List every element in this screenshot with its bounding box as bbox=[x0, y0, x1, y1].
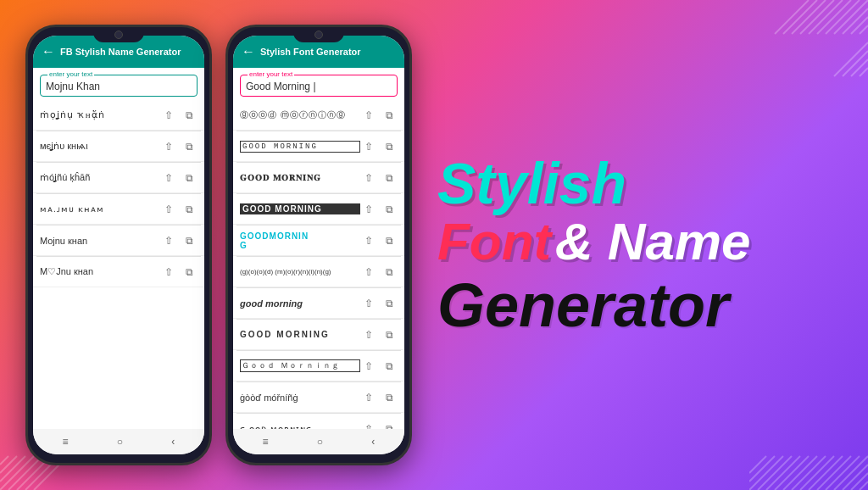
list-item: good morning ⇧ ⧉ bbox=[233, 288, 404, 319]
share2-icon-8[interactable]: ⇧ bbox=[360, 326, 377, 343]
font2-text-7: good morning bbox=[240, 298, 360, 309]
share2-icon-6[interactable]: ⇧ bbox=[360, 264, 377, 281]
list-item: мєʝṅυ кнѩι ⇧ ⧉ bbox=[33, 131, 204, 162]
font2-text-8: GOOD MORNING bbox=[240, 330, 360, 339]
headline-generator: Generator bbox=[437, 275, 843, 336]
font-text-3: ṁóʝñú ķĥāñ bbox=[40, 172, 160, 183]
share-icon-3[interactable]: ⇧ bbox=[160, 170, 177, 187]
font-text-6: M♡Jnu кнan bbox=[40, 266, 160, 277]
list-item: ɢ ᴏᴏᴅ ᴍᴏʀɴɪɴɢ ⇧ ⧉ bbox=[233, 414, 404, 429]
phone-1-bottom-nav: ≡ ○ ‹ bbox=[33, 429, 204, 454]
font-text-1: ṁọʝṅụ ҡнᾄṅ bbox=[40, 109, 160, 120]
copy2-icon-7[interactable]: ⧉ bbox=[381, 295, 398, 312]
font-2-actions: ⇧ ⧉ bbox=[160, 138, 198, 155]
phone-2-camera bbox=[314, 31, 323, 39]
font2-text-9: Ｇｏｏｄ Ｍｏｒｎｉｎｇ bbox=[240, 359, 360, 372]
list-item: Ｇｏｏｄ Ｍｏｒｎｉｎｇ ⇧ ⧉ bbox=[233, 351, 404, 381]
font2-text-5: GOODMORNING bbox=[240, 231, 360, 250]
share-icon-2[interactable]: ⇧ bbox=[160, 138, 177, 155]
font2-11-actions: ⇧ ⧉ bbox=[360, 420, 398, 430]
phone-2: ← Stylish Font Generator enter your text… bbox=[225, 25, 412, 465]
phone-1-font-list: ṁọʝṅụ ҡнᾄṅ ⇧ ⧉ мєʝṅυ кнѩι ⇧ ⧉ bbox=[33, 100, 204, 429]
share2-icon-7[interactable]: ⇧ bbox=[360, 295, 377, 312]
font2-text-3: 𝐆𝐎𝐎𝐃 𝐌𝐎𝐑𝐍𝐈𝐍𝐆 bbox=[240, 173, 360, 183]
copy2-icon-9[interactable]: ⧉ bbox=[381, 358, 398, 375]
svg-line-39 bbox=[0, 456, 8, 465]
font-4-actions: ⇧ ⧉ bbox=[160, 201, 198, 218]
svg-line-33 bbox=[8, 456, 42, 490]
list-item: M♡Jnu кнan ⇧ ⧉ bbox=[33, 257, 204, 287]
font2-7-actions: ⇧ ⧉ bbox=[360, 295, 398, 312]
home-icon-1[interactable]: ○ bbox=[117, 436, 123, 448]
copy-icon-4[interactable]: ⧉ bbox=[181, 201, 198, 218]
share2-icon-2[interactable]: ⇧ bbox=[360, 138, 377, 155]
share2-icon-3[interactable]: ⇧ bbox=[360, 170, 377, 187]
phone-2-font-list: ⓖⓞⓞⓓ ⓜⓞⓡⓝⓘⓝⓖ ⇧ ⧉ GOOD MORNING ⇧ ⧉ bbox=[233, 100, 404, 429]
home-icon-2[interactable]: ○ bbox=[317, 436, 323, 448]
phone-1-input-wrapper: enter your text Mojnu Khan bbox=[40, 75, 198, 97]
headline-stylish: Stylish bbox=[437, 154, 843, 212]
phone-2-input-value[interactable]: Good Morning | bbox=[246, 79, 392, 92]
back-icon-2[interactable]: ‹ bbox=[371, 436, 375, 448]
share2-icon-11[interactable]: ⇧ bbox=[360, 420, 377, 430]
phone-1-input-area: enter your text Mojnu Khan bbox=[33, 68, 204, 100]
font2-text-1: ⓖⓞⓞⓓ ⓜⓞⓡⓝⓘⓝⓖ bbox=[240, 109, 360, 121]
phone-1-input-value[interactable]: Mojnu Khan bbox=[46, 79, 192, 92]
share2-icon-10[interactable]: ⇧ bbox=[360, 389, 377, 406]
list-item: Mojnu кнan ⇧ ⧉ bbox=[33, 226, 204, 256]
share2-icon-1[interactable]: ⇧ bbox=[360, 107, 377, 124]
share-icon-1[interactable]: ⇧ bbox=[160, 107, 177, 124]
list-item: ṁọʝṅụ ҡнᾄṅ ⇧ ⧉ bbox=[33, 100, 204, 131]
phone-1-screen: ← FB Stylish Name Generator enter your t… bbox=[33, 36, 204, 454]
copy-icon-1[interactable]: ⧉ bbox=[181, 107, 198, 124]
font-6-actions: ⇧ ⧉ bbox=[160, 264, 198, 281]
font-text-2: мєʝṅυ кнѩι bbox=[40, 141, 160, 152]
share2-icon-9[interactable]: ⇧ bbox=[360, 358, 377, 375]
phone-2-input-wrapper: enter your text Good Morning | bbox=[240, 75, 398, 97]
phone-2-bottom-nav: ≡ ○ ‹ bbox=[233, 429, 404, 454]
share2-icon-5[interactable]: ⇧ bbox=[360, 232, 377, 249]
menu-icon-1[interactable]: ≡ bbox=[63, 436, 69, 448]
phone-2-input-label: enter your text bbox=[248, 70, 294, 78]
font-5-actions: ⇧ ⧉ bbox=[160, 232, 198, 249]
font2-3-actions: ⇧ ⧉ bbox=[360, 170, 398, 187]
list-item: ġòòď móřníñġ ⇧ ⧉ bbox=[233, 382, 404, 413]
copy-icon-6[interactable]: ⧉ bbox=[181, 264, 198, 281]
phone-2-title: Stylish Font Generator bbox=[260, 47, 361, 57]
copy2-icon-4[interactable]: ⧉ bbox=[381, 201, 398, 218]
copy2-icon-6[interactable]: ⧉ bbox=[381, 264, 398, 281]
copy-icon-5[interactable]: ⧉ bbox=[181, 232, 198, 249]
copy2-icon-8[interactable]: ⧉ bbox=[381, 326, 398, 343]
font-text-5: Mojnu кнan bbox=[40, 236, 160, 246]
copy-icon-3[interactable]: ⧉ bbox=[181, 170, 198, 187]
copy2-icon-2[interactable]: ⧉ bbox=[381, 138, 398, 155]
copy2-icon-1[interactable]: ⧉ bbox=[381, 107, 398, 124]
back-icon-1[interactable]: ‹ bbox=[171, 436, 175, 448]
svg-line-32 bbox=[0, 456, 34, 490]
copy2-icon-3[interactable]: ⧉ bbox=[381, 170, 398, 187]
phone-2-input-area: enter your text Good Morning | bbox=[233, 68, 404, 100]
font2-2-actions: ⇧ ⧉ bbox=[360, 138, 398, 155]
copy2-icon-11[interactable]: ⧉ bbox=[381, 420, 398, 430]
share-icon-5[interactable]: ⇧ bbox=[160, 232, 177, 249]
font-1-actions: ⇧ ⧉ bbox=[160, 107, 198, 124]
menu-icon-2[interactable]: ≡ bbox=[263, 436, 269, 448]
phone-2-back-arrow[interactable]: ← bbox=[242, 44, 255, 59]
copy-icon-2[interactable]: ⧉ bbox=[181, 138, 198, 155]
copy2-icon-10[interactable]: ⧉ bbox=[381, 389, 398, 406]
phone-1-back-arrow[interactable]: ← bbox=[42, 44, 55, 59]
headline-row2: Font & Name bbox=[437, 215, 843, 268]
phones-section: ← FB Stylish Name Generator enter your t… bbox=[0, 0, 429, 490]
font2-1-actions: ⇧ ⧉ bbox=[360, 107, 398, 124]
share2-icon-4[interactable]: ⇧ bbox=[360, 201, 377, 218]
list-item: 𝐆𝐎𝐎𝐃 𝐌𝐎𝐑𝐍𝐈𝐍𝐆 ⇧ ⧉ bbox=[233, 163, 404, 193]
font2-10-actions: ⇧ ⧉ bbox=[360, 389, 398, 406]
text-section: Stylish Font & Name Generator bbox=[429, 0, 868, 490]
font2-5-actions: ⇧ ⧉ bbox=[360, 232, 398, 249]
font2-4-actions: ⇧ ⧉ bbox=[360, 201, 398, 218]
copy2-icon-5[interactable]: ⧉ bbox=[381, 232, 398, 249]
headline-font: Font bbox=[437, 212, 551, 270]
share-icon-6[interactable]: ⇧ bbox=[160, 264, 177, 281]
font-text-4: ᴍᴀ.ᴊᴍᴜ ᴋʜᴀᴍ bbox=[40, 204, 160, 214]
share-icon-4[interactable]: ⇧ bbox=[160, 201, 177, 218]
